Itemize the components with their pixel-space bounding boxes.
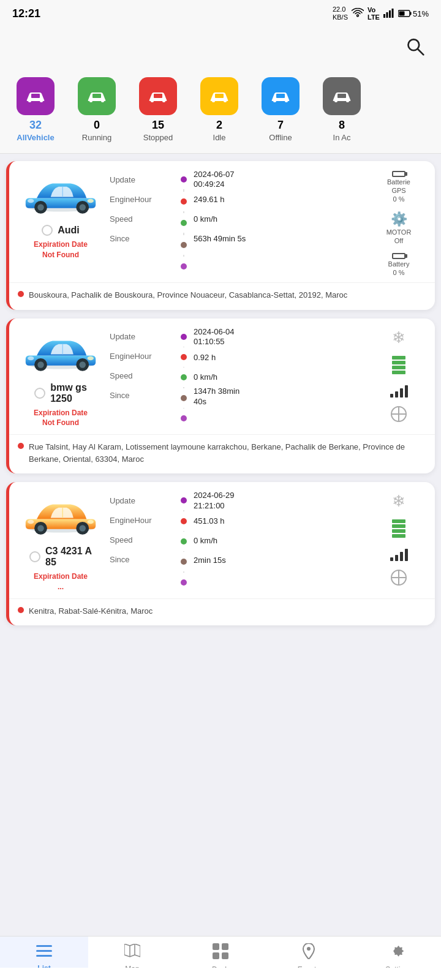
filter-tab-idle[interactable]: 2 Idle — [189, 75, 250, 145]
info-timeline: Update EngineHour Speed Since — [110, 491, 365, 592]
since-value: 2min 15s — [194, 551, 365, 570]
card-info-col: Update EngineHour Speed Since — [110, 491, 365, 592]
battery-green-badge2 — [392, 519, 405, 538]
values-col: 2024-06-2921:21:00 451.03 h 0 km/h 2min … — [194, 491, 365, 592]
signal-bars — [390, 383, 408, 398]
running-count: 0 — [94, 119, 100, 132]
lte-icon: VoLTE — [368, 6, 380, 21]
svg-point-51 — [80, 525, 86, 531]
car-image — [21, 170, 100, 219]
update-label: Update — [110, 170, 174, 189]
snowflake-icon: ❄ — [392, 492, 405, 511]
vehicle-card-audi[interactable]: Audi Expiration DateNot Found Update Eng… — [6, 161, 435, 310]
expiry-text: Expiration DateNot Found — [34, 408, 88, 429]
address-dot — [18, 291, 24, 297]
battery-pct: 51% — [413, 9, 429, 18]
svg-rect-25 — [346, 100, 349, 102]
batterie-label: Batterie — [387, 178, 410, 186]
map-icon — [124, 944, 140, 962]
info-timeline: Update EngineHour Speed Since — [110, 170, 365, 276]
svg-point-40 — [37, 361, 43, 368]
svg-rect-12 — [89, 100, 92, 102]
svg-rect-15 — [151, 100, 154, 102]
filter-tab-stopped[interactable]: 15 Stopped — [127, 75, 189, 145]
idle-label: Idle — [213, 133, 226, 142]
status-bar: 12:21 22.0KB/S VoLTE 51% — [0, 0, 441, 27]
svg-marker-57 — [124, 944, 140, 957]
svg-rect-2 — [389, 10, 391, 18]
signal-bars2 — [390, 546, 408, 561]
card-main: Audi Expiration DateNot Found Update Eng… — [9, 161, 435, 276]
filter-tab-all[interactable]: 32 AllVehicle — [5, 75, 66, 145]
svg-point-64 — [307, 947, 311, 951]
snowflake-icon: ❄ — [392, 328, 405, 347]
svg-point-35 — [28, 199, 34, 203]
list-icon — [36, 944, 52, 962]
car-image-col: bmw gs1250 Expiration DateNot Found — [18, 327, 104, 429]
car-image-col: Audi Expiration DateNot Found — [18, 170, 104, 276]
vehicle-card-bmw[interactable]: bmw gs1250 Expiration DateNot Found Upda… — [6, 318, 435, 474]
svg-rect-26 — [337, 94, 346, 98]
svg-rect-3 — [391, 9, 393, 18]
events-icon — [301, 943, 316, 963]
card-right-col: ❄ — [371, 327, 426, 429]
svg-rect-18 — [212, 100, 215, 102]
status-indicator — [42, 225, 53, 236]
status-indicator — [29, 551, 40, 562]
motor-label: MOTOR — [386, 228, 412, 236]
inac-count: 8 — [339, 119, 345, 132]
svg-point-53 — [28, 520, 34, 524]
card-info-col: Update EngineHour Speed Since — [110, 170, 365, 276]
status-indicator — [34, 388, 45, 399]
svg-point-34 — [88, 199, 94, 203]
svg-rect-16 — [162, 100, 165, 102]
speed-value: 0 km/h — [194, 209, 365, 228]
motor-icon: ⚙️ — [391, 211, 407, 227]
all-count: 32 — [29, 119, 42, 132]
svg-rect-20 — [215, 94, 224, 98]
svg-rect-56 — [36, 955, 52, 957]
filter-tabs: 32 AllVehicle 0 Running 15 Stopped 2 Idl… — [0, 69, 441, 154]
timeline-col — [179, 327, 189, 429]
gps-value: 0 % — [393, 195, 405, 203]
car-image — [21, 327, 100, 376]
search-button[interactable] — [402, 33, 429, 60]
battery-label: Battery — [388, 260, 410, 268]
stopped-label: Stopped — [143, 133, 173, 142]
svg-point-33 — [80, 204, 86, 210]
card-right-col: Batterie GPS 0 % ⚙️ MOTOR Off Battery 0 … — [371, 170, 426, 276]
car-name: Audi — [58, 225, 80, 236]
address-text: Bouskoura, Pachalik de Bouskoura, Provin… — [29, 289, 347, 301]
svg-point-52 — [88, 520, 94, 524]
inac-label: In Ac — [333, 133, 351, 142]
top-bar — [0, 27, 441, 69]
all-label: AllVehicle — [17, 133, 54, 142]
svg-rect-54 — [36, 945, 52, 947]
svg-rect-22 — [285, 100, 288, 102]
expiry-text: Expiration DateNot Found — [34, 239, 88, 260]
values-col: 2024-06-0700:49:24 249.61 h 0 km/h 563h … — [194, 170, 365, 276]
idle-count: 2 — [216, 119, 222, 132]
network-speed: 22.0KB/S — [333, 6, 348, 21]
filter-tab-running[interactable]: 0 Running — [66, 75, 127, 145]
svg-rect-21 — [273, 100, 276, 102]
battery-gps-badge: Batterie GPS 0 % — [387, 171, 410, 203]
speed-value: 0 km/h — [194, 531, 365, 551]
offline-count: 7 — [277, 119, 284, 132]
since-label: Since — [110, 228, 174, 248]
svg-rect-61 — [222, 943, 228, 950]
filter-tab-inac[interactable]: 8 In Ac — [311, 75, 372, 145]
enginehour-value: 249.61 h — [194, 189, 365, 209]
labels-col: Update EngineHour Speed Since — [110, 327, 174, 429]
battery-pct-badge: Battery 0 % — [388, 253, 410, 276]
filter-tab-offline[interactable]: 7 Offline — [250, 75, 311, 145]
signal-icon — [383, 8, 394, 20]
speed-label: Speed — [110, 209, 174, 228]
car-name: C3 4231 A85 — [45, 546, 92, 568]
battery-container: 51% — [398, 9, 429, 18]
offline-label: Offline — [269, 133, 292, 142]
timeline-col — [179, 170, 189, 276]
car-status-row: Audi — [42, 225, 80, 236]
address-row: Rue Talsint, Hay Al Karam, Lotissement l… — [9, 434, 435, 473]
vehicle-card-c3[interactable]: C3 4231 A85 Expiration Date... Update En… — [6, 482, 435, 625]
